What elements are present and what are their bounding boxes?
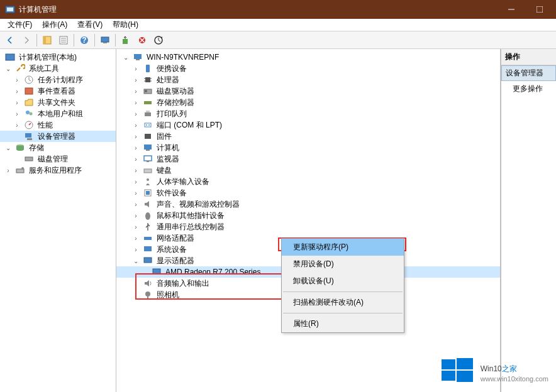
tree-system-tools[interactable]: ⌄ 系统工具 xyxy=(0,63,116,74)
cat-computer[interactable]: ›计算机 xyxy=(116,142,500,153)
cat-audio-game[interactable]: ›声音、视频和游戏控制器 xyxy=(116,199,500,210)
device-tree-pane[interactable]: ⌄ WIN-N9TKVNREPNF ›便携设备 ›处理器 ›磁盘驱动器 ›存储控… xyxy=(116,49,501,392)
cm-properties[interactable]: 属性(R) xyxy=(282,315,404,332)
cm-scan-hardware[interactable]: 扫描检测硬件改动(A) xyxy=(282,294,404,311)
tree-disk-mgmt[interactable]: 磁盘管理 xyxy=(0,153,116,165)
expand-icon[interactable]: › xyxy=(13,87,21,95)
expand-icon[interactable]: › xyxy=(131,234,140,242)
cat-hid[interactable]: ›人体学输入设备 xyxy=(116,176,500,187)
cat-storage-ctrl[interactable]: ›存储控制器 xyxy=(116,97,500,108)
svg-rect-1 xyxy=(7,8,13,11)
tree-performance[interactable]: › 性能 xyxy=(0,119,116,131)
expand-icon[interactable]: › xyxy=(131,132,140,141)
show-hide-button[interactable] xyxy=(40,33,55,48)
help-button[interactable]: ? xyxy=(77,33,92,48)
hid-icon xyxy=(143,177,153,187)
svg-rect-19 xyxy=(6,54,14,60)
expand-icon[interactable]: › xyxy=(131,98,140,107)
svg-rect-51 xyxy=(147,161,149,162)
computer-icon[interactable] xyxy=(97,33,113,48)
left-tree-pane[interactable]: 计算机管理(本地) ⌄ 系统工具 › 任务计划程序 › 事件查看器 › 共享文件… xyxy=(0,49,116,392)
expand-icon[interactable]: › xyxy=(131,143,140,152)
collapse-icon[interactable]: ⌄ xyxy=(131,256,140,265)
menu-view[interactable]: 查看(V) xyxy=(72,18,108,31)
actions-pane: 操作 设备管理器 更多操作 xyxy=(501,49,556,392)
cm-uninstall-device[interactable]: 卸载设备(U) xyxy=(282,273,404,290)
cat-monitor[interactable]: ›监视器 xyxy=(116,153,500,165)
cm-update-driver[interactable]: 更新驱动程序(P) xyxy=(282,239,404,256)
menu-help[interactable]: 帮助(H) xyxy=(108,18,143,31)
expand-icon[interactable]: › xyxy=(131,177,140,186)
cat-disk-drive[interactable]: ›磁盘驱动器 xyxy=(116,85,500,97)
cpu-icon xyxy=(143,75,153,85)
expand-icon[interactable]: › xyxy=(131,166,140,175)
maximize-button[interactable] xyxy=(525,0,553,19)
expand-icon[interactable]: › xyxy=(131,279,140,288)
storage-icon xyxy=(15,143,25,153)
device-root[interactable]: ⌄ WIN-N9TKVNREPNF xyxy=(116,52,500,63)
actions-header: 操作 xyxy=(501,49,556,65)
collapse-icon[interactable]: ⌄ xyxy=(121,53,130,62)
actions-section: 设备管理器 xyxy=(501,65,556,81)
collapse-icon[interactable]: ⌄ xyxy=(4,143,13,152)
tree-device-manager[interactable]: 设备管理器 xyxy=(0,131,116,142)
cat-mouse[interactable]: ›鼠标和其他指针设备 xyxy=(116,210,500,221)
cat-software[interactable]: ›软件设备 xyxy=(116,187,500,199)
svg-text:?: ? xyxy=(82,36,86,45)
cat-usb[interactable]: ›通用串行总线控制器 xyxy=(116,221,500,232)
back-button[interactable] xyxy=(3,33,18,48)
cat-processor[interactable]: ›处理器 xyxy=(116,74,500,85)
cat-portable[interactable]: ›便携设备 xyxy=(116,63,500,74)
expand-icon[interactable]: › xyxy=(131,290,140,299)
expand-icon[interactable]: › xyxy=(131,64,140,73)
expand-icon[interactable]: › xyxy=(13,109,21,118)
disable-button[interactable] xyxy=(135,33,150,48)
expand-icon[interactable]: › xyxy=(131,245,140,254)
expand-icon[interactable]: › xyxy=(131,188,140,197)
svg-rect-52 xyxy=(144,169,152,173)
computer-icon xyxy=(143,143,153,153)
forward-button[interactable] xyxy=(19,33,34,48)
expand-icon[interactable]: › xyxy=(13,75,21,84)
expand-icon[interactable]: › xyxy=(131,222,140,231)
expand-icon[interactable]: › xyxy=(131,200,140,209)
monitor-icon xyxy=(143,154,153,164)
svg-rect-26 xyxy=(27,138,32,140)
cat-firmware[interactable]: ›固件 xyxy=(116,131,500,142)
expand-icon[interactable]: › xyxy=(13,98,21,107)
collapse-icon[interactable]: ⌄ xyxy=(4,64,13,73)
cat-ports[interactable]: ›端口 (COM 和 LPT) xyxy=(116,119,500,131)
expand-icon[interactable]: › xyxy=(131,211,140,220)
minimize-button[interactable] xyxy=(497,0,525,19)
tree-task-scheduler[interactable]: › 任务计划程序 xyxy=(0,74,116,85)
svg-rect-5 xyxy=(43,36,46,44)
properties-button[interactable] xyxy=(56,33,71,48)
tree-services[interactable]: › 服务和应用程序 xyxy=(0,165,116,176)
menu-action[interactable]: 操作(A) xyxy=(37,18,72,31)
port-icon xyxy=(143,120,153,130)
tree-local-users[interactable]: › 本地用户和组 xyxy=(0,108,116,119)
expand-icon[interactable]: › xyxy=(131,87,140,95)
svg-rect-64 xyxy=(457,358,473,369)
cat-print-queue[interactable]: ›打印队列 xyxy=(116,108,500,119)
expand-icon[interactable]: › xyxy=(131,75,140,84)
tree-shared-folders[interactable]: › 共享文件夹 xyxy=(0,97,116,108)
menu-bar: 文件(F) 操作(A) 查看(V) 帮助(H) xyxy=(0,19,556,31)
expand-icon[interactable]: › xyxy=(4,166,13,175)
tree-storage[interactable]: ⌄ 存储 xyxy=(0,142,116,153)
more-actions[interactable]: 更多操作 xyxy=(501,81,556,97)
tree-event-viewer[interactable]: › 事件查看器 xyxy=(0,85,116,97)
update-driver-button[interactable] xyxy=(151,33,166,48)
users-icon xyxy=(24,109,34,119)
menu-file[interactable]: 文件(F) xyxy=(3,18,37,31)
cm-disable-device[interactable]: 禁用设备(D) xyxy=(282,256,404,273)
expand-icon[interactable]: › xyxy=(131,155,140,163)
expand-icon[interactable]: › xyxy=(131,109,140,118)
expand-icon[interactable]: › xyxy=(131,121,140,129)
scan-button[interactable] xyxy=(118,33,133,48)
cat-keyboard[interactable]: ›键盘 xyxy=(116,165,500,176)
cm-separator xyxy=(283,291,403,292)
svg-rect-25 xyxy=(25,133,31,138)
expand-icon[interactable]: › xyxy=(13,121,21,129)
tree-root-local[interactable]: 计算机管理(本地) xyxy=(0,52,116,63)
